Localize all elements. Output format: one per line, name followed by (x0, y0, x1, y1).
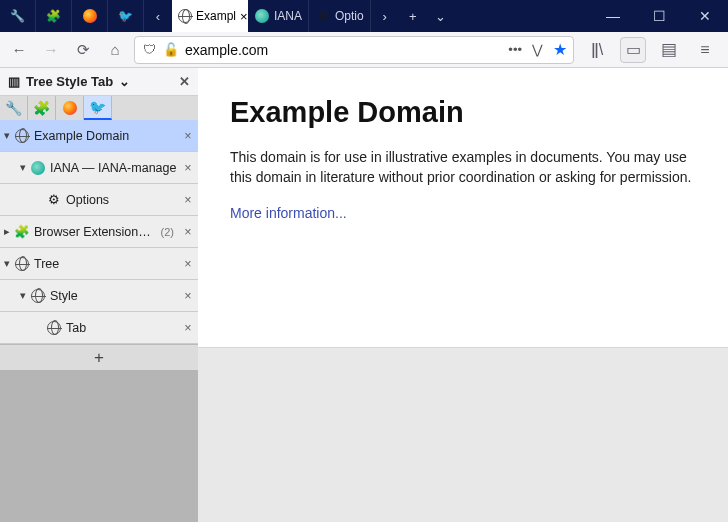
sidebar-new-tab[interactable]: + (0, 344, 198, 370)
tree-tab-label: Style (50, 289, 178, 303)
twisty-icon[interactable]: ▾ (0, 257, 14, 270)
twitter-icon: 🐦 (118, 8, 134, 24)
twisty-icon[interactable]: ▾ (16, 289, 30, 302)
home-icon: ⌂ (110, 41, 119, 58)
sb-pin-twitter[interactable]: 🐦 (84, 96, 112, 120)
arrow-right-icon: → (44, 41, 59, 58)
tree-tab-row[interactable]: Tab× (0, 312, 198, 344)
tab-example[interactable]: Exampl × (172, 0, 248, 32)
plus-icon: + (94, 348, 104, 368)
tracking-shield-icon[interactable]: 🛡 (141, 42, 157, 58)
tree-tab-row[interactable]: ⚙Options× (0, 184, 198, 216)
main-area: ▥ Tree Style Tab ⌄ ✕ 🔧 🧩 🐦 ▾Example Doma… (0, 68, 728, 522)
pinned-tab-twitter[interactable]: 🐦 (108, 0, 144, 32)
iana-icon (30, 160, 46, 176)
home-button[interactable]: ⌂ (102, 37, 128, 63)
globe-icon (14, 256, 30, 272)
close-icon[interactable]: × (178, 129, 198, 143)
page-actions-icon[interactable]: ••• (508, 42, 522, 57)
tree-tab-row[interactable]: ▾IANA — IANA-manage× (0, 152, 198, 184)
tree-tab-label: Example Domain (34, 129, 178, 143)
chevron-left-icon: ‹ (156, 9, 160, 24)
close-icon[interactable]: × (178, 289, 198, 303)
twitter-icon: 🐦 (89, 99, 106, 115)
sidebar: ▥ Tree Style Tab ⌄ ✕ 🔧 🧩 🐦 ▾Example Doma… (0, 68, 198, 522)
back-button[interactable]: ← (6, 37, 32, 63)
tree-tab-row[interactable]: ▸🧩Browser Extensions - M(2)× (0, 216, 198, 248)
close-icon[interactable]: × (178, 161, 198, 175)
globe-icon (14, 128, 30, 144)
sidebar-pinned-row: 🔧 🧩 🐦 (0, 96, 198, 120)
tree-tab-label: Browser Extensions - M (34, 225, 157, 239)
window-close[interactable]: ✕ (682, 0, 728, 32)
tree-tab-label: Tab (66, 321, 178, 335)
tabstrip-scroll-right[interactable]: › (371, 0, 399, 32)
sidebar-close-icon[interactable]: ✕ (179, 74, 190, 89)
url-input[interactable] (185, 42, 502, 58)
tabstrip-scroll-left[interactable]: ‹ (144, 0, 172, 32)
globe-icon (46, 320, 62, 336)
firefox-icon (82, 8, 98, 24)
globe-icon (178, 8, 192, 24)
wrench-icon: 🔧 (10, 8, 26, 24)
tree-tab-row[interactable]: ▾Style× (0, 280, 198, 312)
reader-view-icon[interactable]: ▭ (620, 37, 646, 63)
window-minimize[interactable]: — (590, 0, 636, 32)
wrench-icon: 🔧 (5, 100, 22, 116)
new-tab-button[interactable]: + (399, 0, 427, 32)
tree-tab-label: Tree (34, 257, 178, 271)
globe-icon (30, 288, 46, 304)
empty-area (198, 348, 728, 522)
save-icon[interactable]: ▤ (656, 37, 682, 63)
close-icon[interactable]: × (178, 257, 198, 271)
firefox-icon (63, 101, 77, 115)
insecure-icon[interactable]: 🔓 (163, 42, 179, 58)
window-maximize[interactable]: ☐ (636, 0, 682, 32)
reload-icon: ⟳ (77, 41, 90, 59)
chevron-down-icon: ⌄ (435, 9, 446, 24)
puzzle-icon: 🧩 (46, 8, 62, 24)
close-icon[interactable]: × (178, 225, 198, 239)
all-tabs-dropdown[interactable]: ⌄ (427, 0, 455, 32)
bookmark-star-icon[interactable]: ★ (553, 40, 567, 59)
page-heading: Example Domain (230, 96, 696, 129)
chevron-down-icon: ⌄ (119, 74, 130, 89)
close-icon: ✕ (699, 8, 711, 24)
reload-button[interactable]: ⟳ (70, 37, 96, 63)
tree-tab-row[interactable]: ▾Example Domain× (0, 120, 198, 152)
tree-tab-label: Options (66, 193, 178, 207)
sb-pin-puzzle[interactable]: 🧩 (28, 96, 56, 120)
window-titlebar: 🔧 🧩 🐦 ‹ Exampl × IANA ⚙ Optio › + ⌄ — ☐ … (0, 0, 728, 32)
tab-options[interactable]: ⚙ Optio (309, 0, 371, 32)
gear-icon: ⚙ (315, 8, 331, 24)
twisty-icon[interactable]: ▾ (0, 129, 14, 142)
sb-pin-firefox[interactable] (56, 96, 84, 120)
close-icon[interactable]: × (240, 9, 248, 24)
close-icon[interactable]: × (178, 321, 198, 335)
pinned-tab-firefox[interactable] (72, 0, 108, 32)
forward-button[interactable]: → (38, 37, 64, 63)
puzzle-icon: 🧩 (33, 100, 50, 116)
twisty-icon[interactable]: ▸ (0, 225, 14, 238)
tab-label: Exampl (196, 9, 236, 23)
tree-tab-label: IANA — IANA-manage (50, 161, 178, 175)
tree-tab-row[interactable]: ▾Tree× (0, 248, 198, 280)
chevron-right-icon: › (383, 9, 387, 24)
more-information-link[interactable]: More information... (230, 205, 347, 221)
library-icon[interactable]: ǁ\ (584, 37, 610, 63)
sb-pin-wrench[interactable]: 🔧 (0, 96, 28, 120)
gear-icon: ⚙ (46, 192, 62, 208)
pinned-tab-extensions[interactable]: 🧩 (36, 0, 72, 32)
pocket-icon[interactable]: ⋁ (532, 42, 543, 57)
close-icon[interactable]: × (178, 193, 198, 207)
address-bar[interactable]: 🛡 🔓 ••• ⋁ ★ (134, 36, 574, 64)
pinned-tab-wrench[interactable]: 🔧 (0, 0, 36, 32)
tab-iana[interactable]: IANA (248, 0, 309, 32)
menu-icon[interactable]: ≡ (692, 37, 718, 63)
sidebar-header[interactable]: ▥ Tree Style Tab ⌄ ✕ (0, 68, 198, 96)
twisty-icon[interactable]: ▾ (16, 161, 30, 174)
minimize-icon: — (606, 8, 620, 24)
sidebar-icon: ▥ (8, 74, 20, 89)
tab-label: IANA (274, 9, 302, 23)
navigation-toolbar: ← → ⟳ ⌂ 🛡 🔓 ••• ⋁ ★ ǁ\ ▭ ▤ ≡ (0, 32, 728, 68)
